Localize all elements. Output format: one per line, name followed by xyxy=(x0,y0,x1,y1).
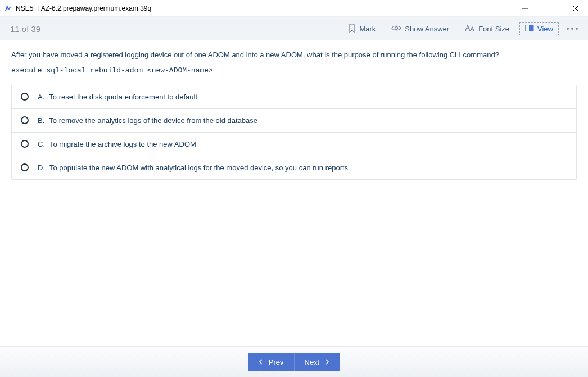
option-text: To remove the analytics logs of the devi… xyxy=(49,116,257,125)
nav-group: Prev Next xyxy=(248,353,340,371)
option-a[interactable]: A. To reset the disk quota enforcement t… xyxy=(12,85,576,109)
chevron-left-icon xyxy=(259,358,263,366)
option-letter: D. xyxy=(38,163,45,172)
font-size-label: Font Size xyxy=(478,25,509,33)
font-size-icon xyxy=(465,24,475,34)
app-icon xyxy=(3,4,12,13)
radio-icon xyxy=(21,163,29,171)
option-d[interactable]: D. To populate the new ADOM with analyti… xyxy=(12,156,576,179)
radio-icon xyxy=(21,116,29,124)
toolbar: 11 of 39 Mark Show Answer Font Size View xyxy=(0,17,588,40)
minimize-button[interactable] xyxy=(512,0,537,16)
chevron-right-icon xyxy=(325,358,329,366)
footer: Prev Next xyxy=(0,346,588,377)
next-label: Next xyxy=(305,358,320,366)
mark-button[interactable]: Mark xyxy=(342,21,381,37)
option-c[interactable]: C. To migrate the archive logs to the ne… xyxy=(12,133,576,156)
content-area: After you have moved a registered loggin… xyxy=(0,40,588,346)
options-list: A. To reset the disk quota enforcement t… xyxy=(11,85,577,180)
show-answer-label: Show Answer xyxy=(405,25,449,33)
option-letter: A. xyxy=(38,93,44,101)
option-letter: C. xyxy=(38,140,45,148)
option-text: To populate the new ADOM with analytical… xyxy=(49,163,348,172)
option-text: To migrate the archive logs to the new A… xyxy=(49,140,196,148)
svg-rect-5 xyxy=(526,25,528,31)
more-menu-button[interactable] xyxy=(564,25,580,32)
option-text: To reset the disk quota enforcement to d… xyxy=(49,93,197,101)
next-button[interactable]: Next xyxy=(295,353,340,371)
question-text: After you have moved a registered loggin… xyxy=(11,49,577,61)
radio-icon xyxy=(21,93,29,101)
mark-label: Mark xyxy=(359,25,376,33)
svg-rect-6 xyxy=(529,25,534,31)
maximize-button[interactable] xyxy=(537,0,563,16)
show-answer-button[interactable]: Show Answer xyxy=(386,22,455,36)
window-controls xyxy=(512,0,588,16)
radio-icon xyxy=(21,140,29,148)
eye-icon xyxy=(391,24,401,34)
prev-label: Prev xyxy=(269,358,284,366)
view-button[interactable]: View xyxy=(519,22,559,35)
question-code: execute sql-local rebuild-adom <new-ADOM… xyxy=(11,66,577,75)
view-icon xyxy=(525,25,534,33)
svg-point-4 xyxy=(395,26,398,29)
view-label: View xyxy=(537,25,553,33)
prev-button[interactable]: Prev xyxy=(248,353,295,371)
option-letter: B. xyxy=(38,116,44,125)
titlebar: NSE5_FAZ-6.2.prepaway.premium.exam.39q xyxy=(0,0,588,17)
close-button[interactable] xyxy=(563,0,588,16)
font-size-button[interactable]: Font Size xyxy=(459,22,515,36)
bookmark-icon xyxy=(348,24,356,34)
window-title: NSE5_FAZ-6.2.prepaway.premium.exam.39q xyxy=(16,4,512,12)
option-b[interactable]: B. To remove the analytics logs of the d… xyxy=(12,109,576,133)
page-counter: 11 of 39 xyxy=(10,24,40,34)
svg-rect-1 xyxy=(548,6,553,11)
